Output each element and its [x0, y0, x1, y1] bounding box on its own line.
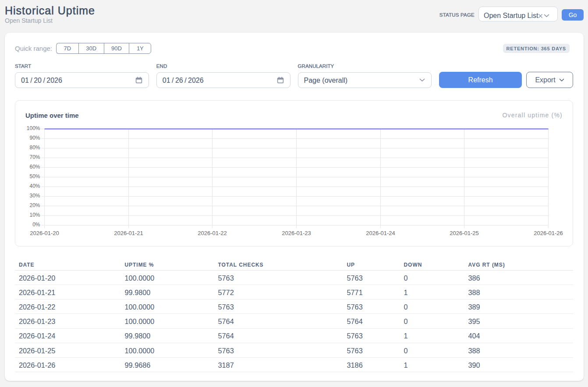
- svg-text:2026-01-21: 2026-01-21: [114, 230, 143, 236]
- svg-text:0%: 0%: [32, 222, 40, 228]
- svg-text:2026-01-20: 2026-01-20: [30, 230, 59, 236]
- svg-text:20%: 20%: [29, 202, 40, 208]
- svg-text:10%: 10%: [29, 212, 40, 218]
- svg-text:90%: 90%: [29, 135, 40, 141]
- svg-text:70%: 70%: [29, 154, 40, 160]
- svg-text:40%: 40%: [29, 183, 40, 189]
- svg-text:100%: 100%: [27, 125, 40, 131]
- svg-text:60%: 60%: [29, 164, 40, 170]
- svg-text:50%: 50%: [29, 173, 40, 179]
- svg-text:2026-01-22: 2026-01-22: [198, 230, 227, 236]
- svg-text:30%: 30%: [29, 193, 40, 199]
- svg-text:2026-01-23: 2026-01-23: [282, 230, 311, 236]
- svg-text:2026-01-26: 2026-01-26: [534, 230, 563, 236]
- svg-text:80%: 80%: [29, 144, 40, 151]
- svg-text:2026-01-24: 2026-01-24: [366, 230, 395, 236]
- svg-text:2026-01-25: 2026-01-25: [450, 230, 479, 236]
